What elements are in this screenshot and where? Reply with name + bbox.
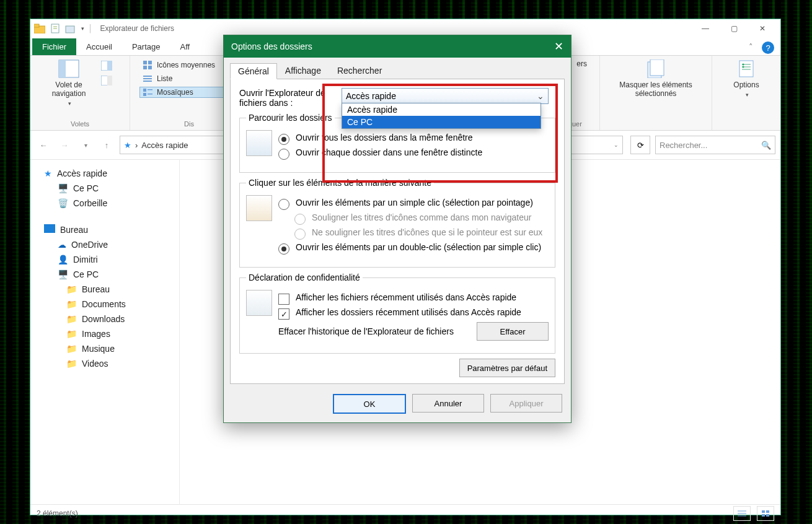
checkbox-recent-folders[interactable] xyxy=(278,308,289,320)
open-explorer-label: Ouvrir l'Explorateur de fichiers dans : xyxy=(239,88,335,108)
qat-customize-icon[interactable]: ▾ xyxy=(81,25,84,32)
sidebar-item-music[interactable]: 📁Musique xyxy=(30,341,179,356)
options-button[interactable]: Options▾ xyxy=(722,59,771,98)
tab-share[interactable]: Partage xyxy=(122,38,170,55)
details-pane-button[interactable] xyxy=(97,74,116,87)
folder-icon: 📁 xyxy=(66,284,77,294)
browse-folders-legend: Parcourir les dossiers xyxy=(246,113,335,123)
forward-button[interactable]: → xyxy=(56,137,73,153)
sidebar-item-bureau[interactable]: 📁Bureau xyxy=(30,282,179,297)
sidebar-item-images[interactable]: 📁Images xyxy=(30,326,179,341)
sidebar-item-thispc[interactable]: 🖥️Ce PC xyxy=(30,181,179,196)
privacy-legend: Déclaration de confidentialité xyxy=(246,273,363,282)
view-details-button[interactable] xyxy=(733,506,751,521)
sidebar-item-videos[interactable]: 📁Videos xyxy=(30,356,179,371)
recycle-icon: 🗑️ xyxy=(58,198,68,208)
refresh-button[interactable]: ⟳ xyxy=(630,136,650,154)
tab-home[interactable]: Accueil xyxy=(76,38,122,55)
qat-properties-icon[interactable] xyxy=(50,24,60,33)
svg-rect-35 xyxy=(762,510,765,513)
open-explorer-select[interactable]: Accès rapide⌄ xyxy=(342,88,549,104)
item-count: 2 élément(s) xyxy=(37,509,78,518)
close-button[interactable]: ✕ xyxy=(748,19,777,38)
radio-separate-window[interactable] xyxy=(278,149,289,160)
navigation-tree[interactable]: ★Accès rapide 🖥️Ce PC 🗑️Corbeille Bureau… xyxy=(30,160,180,504)
radio-underline-browser xyxy=(294,214,306,225)
up-button[interactable]: ↑ xyxy=(99,137,115,153)
radio-underline-hover xyxy=(294,229,306,240)
svg-rect-38 xyxy=(766,514,769,517)
cancel-button[interactable]: Annuler xyxy=(412,394,484,413)
svg-rect-25 xyxy=(739,61,753,77)
preview-pane-button[interactable] xyxy=(97,59,116,72)
chevron-down-icon: ⌄ xyxy=(537,91,544,101)
navigation-pane-button[interactable]: Volet de navigation▾ xyxy=(44,59,94,107)
svg-rect-31 xyxy=(44,224,55,233)
dialog-titlebar[interactable]: Options des dossiers ✕ xyxy=(224,35,571,58)
svg-rect-15 xyxy=(148,66,152,69)
sidebar-item-user[interactable]: 👤Dimitri xyxy=(30,252,179,267)
radio-single-click[interactable] xyxy=(278,199,289,210)
folder-icon: 📁 xyxy=(66,344,77,354)
tab-view[interactable]: Aff xyxy=(170,38,200,55)
svg-rect-36 xyxy=(766,510,769,513)
sidebar-item-desktop[interactable]: Bureau xyxy=(30,222,179,237)
dialog-tab-view[interactable]: Affichage xyxy=(277,63,329,79)
privacy-group: Déclaration de confidentialité Afficher … xyxy=(239,273,555,354)
search-icon: 🔍 xyxy=(761,141,771,150)
ribbon-collapse-icon[interactable]: ˄ xyxy=(743,38,759,55)
privacy-icon xyxy=(246,290,272,316)
pc-icon: 🖥️ xyxy=(58,269,68,279)
restore-defaults-button[interactable]: Paramètres par défaut xyxy=(459,359,555,377)
search-box[interactable]: Rechercher... 🔍 xyxy=(655,136,775,154)
open-explorer-dropdown: Accès rapide Ce PC xyxy=(342,103,541,129)
dialog-tabs: Général Affichage Rechercher xyxy=(224,58,571,79)
dialog-tab-search[interactable]: Rechercher xyxy=(329,63,390,79)
user-icon: 👤 xyxy=(58,255,68,264)
ok-button[interactable]: OK xyxy=(333,394,406,414)
layout-group-label: Dis xyxy=(184,119,194,129)
svg-point-30 xyxy=(743,66,744,68)
qat-newfolder-icon[interactable] xyxy=(65,24,75,33)
tab-file[interactable]: Fichier xyxy=(32,38,76,55)
folder-icon: 📁 xyxy=(66,314,77,324)
pc-icon: 🖥️ xyxy=(58,183,68,193)
titlebar-separator: │ xyxy=(88,24,93,33)
recent-locations-button[interactable]: ▾ xyxy=(77,137,94,153)
sidebar-item-onedrive[interactable]: ☁OneDrive xyxy=(30,237,179,252)
svg-rect-1 xyxy=(34,24,39,27)
breadcrumb[interactable]: Accès rapide xyxy=(141,141,188,150)
star-icon: ★ xyxy=(44,168,52,178)
folder-icon: 📁 xyxy=(66,359,77,369)
click-items-legend: Cliquer sur les éléments de la manière s… xyxy=(246,178,434,188)
hide-selected-button[interactable]: Masquer les éléments sélectionnés xyxy=(609,59,702,98)
sidebar-item-quickaccess[interactable]: ★Accès rapide xyxy=(30,166,179,181)
dialog-title: Options des dossiers xyxy=(231,41,312,51)
view-large-button[interactable] xyxy=(757,506,774,521)
maximize-button[interactable]: ▢ xyxy=(720,19,748,38)
help-button[interactable]: ? xyxy=(762,41,774,54)
svg-rect-13 xyxy=(148,61,152,64)
sidebar-item-documents[interactable]: 📁Documents xyxy=(30,297,179,312)
minimize-button[interactable]: — xyxy=(691,19,720,38)
dropdown-option-quickaccess[interactable]: Accès rapide xyxy=(342,103,541,116)
checkbox-recent-files[interactable] xyxy=(278,294,289,305)
svg-point-29 xyxy=(743,64,744,66)
sidebar-item-thispc2[interactable]: 🖥️Ce PC xyxy=(30,267,179,282)
radio-same-window[interactable] xyxy=(278,134,289,145)
dialog-close-button[interactable]: ✕ xyxy=(554,40,563,53)
svg-rect-7 xyxy=(59,60,66,77)
clear-history-button[interactable]: Effacer xyxy=(477,322,549,341)
quick-access-toolbar: ▾ xyxy=(34,24,84,33)
radio-double-click[interactable] xyxy=(278,243,289,255)
quickaccess-star-icon: ★ xyxy=(124,141,131,150)
window-title: Explorateur de fichiers xyxy=(100,24,174,33)
dropdown-option-thispc[interactable]: Ce PC xyxy=(342,116,541,128)
sidebar-item-downloads[interactable]: 📁Downloads xyxy=(30,312,179,326)
dialog-tab-general[interactable]: Général xyxy=(230,63,277,79)
back-button[interactable]: ← xyxy=(35,137,51,153)
status-bar: 2 élément(s) xyxy=(30,504,780,522)
sidebar-item-recycle[interactable]: 🗑️Corbeille xyxy=(30,196,179,211)
svg-rect-37 xyxy=(762,514,765,517)
folder-options-dialog: Options des dossiers ✕ Général Affichage… xyxy=(223,35,571,423)
